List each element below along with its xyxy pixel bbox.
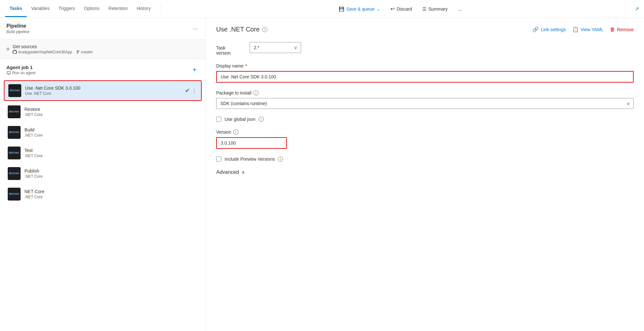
task-details-use-net-core: Use .Net Core SDK 3.0.100 Use .NET Core xyxy=(25,85,181,96)
task-version-select[interactable]: 2.* xyxy=(250,42,301,53)
task-sub-build: .NET Core xyxy=(24,133,198,138)
task-sub-restore: .NET Core xyxy=(24,112,198,117)
tab-variables[interactable]: Variables xyxy=(27,1,54,17)
task-version-row: Taskversion 2.* ∨ xyxy=(216,42,634,56)
task-item-restore[interactable]: dotnet Restore .NET Core xyxy=(4,102,202,121)
include-preview-row: Include Preview Versions i xyxy=(216,157,634,162)
panel-header-actions: 🔗 Link settings 📋 View YAML 🗑 Remove xyxy=(532,26,634,32)
panel-header: Use .NET Core i 🔗 Link settings 📋 View Y… xyxy=(216,26,634,33)
add-task-button[interactable]: + xyxy=(190,64,199,75)
hamburger-icon: ≡ xyxy=(6,46,9,52)
display-name-group: Display name * xyxy=(216,63,634,83)
expand-icon[interactable]: ↗ xyxy=(635,6,639,12)
task-sub-publish: .NET Core xyxy=(24,174,198,179)
task-icon-net-core-2: dotnet xyxy=(8,188,21,201)
more-actions-button[interactable]: ... xyxy=(455,5,465,13)
version-info-icon[interactable]: i xyxy=(233,130,238,135)
nav-actions: 💾 Save & queue ⌄ ↩ Discard ☰ Summary ... xyxy=(336,4,464,13)
tab-triggers[interactable]: Triggers xyxy=(54,1,79,17)
tab-tasks[interactable]: Tasks xyxy=(5,1,27,17)
task-sub-net-core-2: .NET Core xyxy=(24,195,198,199)
link-settings-button[interactable]: 🔗 Link settings xyxy=(532,26,566,32)
branch-meta: master xyxy=(76,50,93,54)
pipeline-info: Pipeline Build pipeline xyxy=(6,23,29,34)
chevron-down-icon: ⌄ xyxy=(376,6,380,12)
include-preview-checkbox[interactable] xyxy=(216,157,221,162)
nav-tabs: Tasks Variables Triggers Options Retenti… xyxy=(5,1,155,17)
chevron-up-icon: ∧ xyxy=(242,170,245,175)
package-to-install-select[interactable]: SDK (contains runtime) xyxy=(216,98,634,109)
agent-job-title: Agent job 1 xyxy=(6,65,35,70)
main-layout: Pipeline Build pipeline ··· ≡ Get source… xyxy=(0,18,644,331)
tab-options[interactable]: Options xyxy=(79,1,104,17)
remove-button[interactable]: 🗑 Remove xyxy=(610,27,634,32)
task-icon-restore: dotnet xyxy=(8,105,21,118)
svg-rect-0 xyxy=(7,71,11,74)
use-global-json-label: Use global json xyxy=(225,117,255,122)
right-panel: Use .NET Core i 🔗 Link settings 📋 View Y… xyxy=(206,18,644,331)
pipeline-subtitle: Build pipeline xyxy=(6,30,29,34)
task-actions-use-net-core: ✔ ⋮ xyxy=(185,87,197,94)
use-global-json-row: Use global json i xyxy=(216,117,634,122)
display-name-label: Display name * xyxy=(216,63,634,68)
package-info-icon[interactable]: i xyxy=(253,90,259,95)
left-panel: Pipeline Build pipeline ··· ≡ Get source… xyxy=(0,18,206,331)
get-sources-row[interactable]: ≡ Get sources bradygaster/AspNetCore30Ap… xyxy=(0,40,206,59)
required-indicator: * xyxy=(245,63,247,68)
sources-title: Get sources xyxy=(13,44,199,49)
pipeline-title: Pipeline xyxy=(6,23,29,29)
advanced-label: Advanced xyxy=(216,169,239,175)
task-item-net-core-2[interactable]: dotnet NET Core .NET Core xyxy=(4,184,202,204)
panel-title: Use .NET Core i xyxy=(216,26,267,33)
agent-job-subtitle: Run on agent xyxy=(6,71,35,75)
pipeline-more-button[interactable]: ··· xyxy=(192,24,199,33)
agent-job-info: Agent job 1 Run on agent xyxy=(6,65,35,75)
display-name-input[interactable] xyxy=(216,71,634,83)
advanced-row[interactable]: Advanced ∧ xyxy=(216,169,634,175)
discard-icon: ↩ xyxy=(391,6,395,12)
include-preview-info-icon[interactable]: i xyxy=(278,157,283,162)
version-input[interactable] xyxy=(216,137,287,149)
task-sub-use-net-core: Use .NET Core xyxy=(25,91,181,96)
include-preview-label: Include Preview Versions xyxy=(225,157,275,162)
task-details-net-core-2: NET Core .NET Core xyxy=(24,189,198,199)
top-nav: Tasks Variables Triggers Options Retenti… xyxy=(0,0,644,18)
remove-icon: 🗑 xyxy=(610,27,615,32)
global-json-info-icon[interactable]: i xyxy=(259,117,264,122)
task-check-icon: ✔ xyxy=(185,87,190,94)
summary-icon: ☰ xyxy=(422,6,427,12)
task-icon-use-net-core: dotnet xyxy=(8,84,21,97)
task-item-use-net-core[interactable]: dotnet Use .Net Core SDK 3.0.100 Use .NE… xyxy=(4,80,202,101)
task-icon-build: dotnet xyxy=(8,126,21,139)
task-name-test: Test xyxy=(24,148,198,153)
task-item-build[interactable]: dotnet Build .NET Core xyxy=(4,123,202,142)
summary-button[interactable]: ☰ Summary xyxy=(420,5,450,13)
task-details-restore: Restore .NET Core xyxy=(24,107,198,117)
task-item-publish[interactable]: dotnet Publish .NET Core xyxy=(4,164,202,183)
package-to-install-group: Package to install i SDK (contains runti… xyxy=(216,90,634,109)
agent-job-header: Agent job 1 Run on agent + xyxy=(0,59,206,78)
version-label: Version i xyxy=(216,130,634,135)
panel-title-info-icon[interactable]: i xyxy=(262,27,267,32)
github-icon-meta: bradygaster/AspNetCore30App xyxy=(13,50,72,54)
pipeline-header: Pipeline Build pipeline ··· xyxy=(0,18,206,40)
task-details-publish: Publish .NET Core xyxy=(24,168,198,179)
task-dots-button[interactable]: ⋮ xyxy=(192,88,197,94)
discard-button[interactable]: ↩ Discard xyxy=(388,4,414,13)
sources-info: Get sources bradygaster/AspNetCore30App … xyxy=(13,44,199,54)
save-queue-button[interactable]: 💾 Save & queue ⌄ xyxy=(336,5,383,13)
link-settings-icon: 🔗 xyxy=(532,26,539,32)
sources-meta: bradygaster/AspNetCore30App master xyxy=(13,50,199,54)
task-name-restore: Restore xyxy=(24,107,198,112)
tab-history[interactable]: History xyxy=(132,1,155,17)
task-item-test[interactable]: dotnet Test .NET Core xyxy=(4,143,202,163)
task-name-net-core-2: NET Core xyxy=(24,189,198,194)
version-group: Version i xyxy=(216,130,634,149)
nav-separator xyxy=(161,4,161,13)
task-details-test: Test .NET Core xyxy=(24,148,198,158)
use-global-json-checkbox[interactable] xyxy=(216,117,221,122)
task-name-build: Build xyxy=(24,127,198,132)
tab-retention[interactable]: Retention xyxy=(104,1,132,17)
package-to-install-label: Package to install i xyxy=(216,90,634,95)
view-yaml-button[interactable]: 📋 View YAML xyxy=(572,26,603,32)
